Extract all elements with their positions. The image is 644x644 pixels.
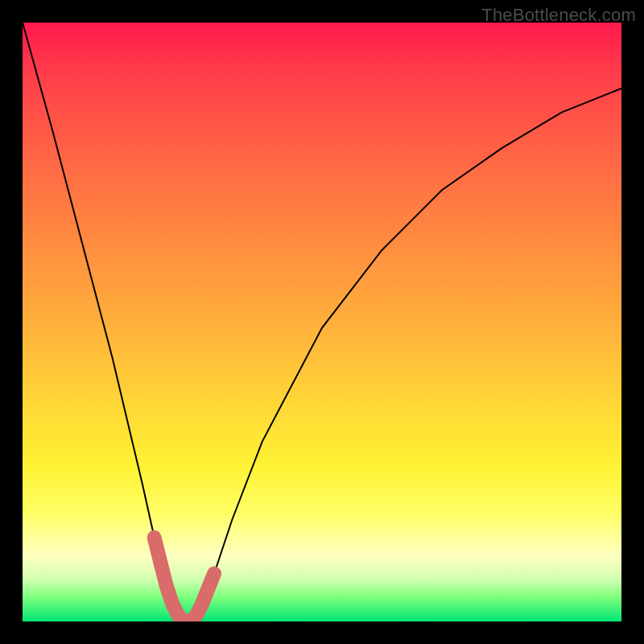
chart-svg (23, 23, 621, 621)
frame-border-bottom (0, 621, 644, 644)
series-notch-highlight (155, 538, 214, 621)
frame-border-left (0, 0, 23, 644)
series-curve (23, 23, 621, 621)
frame-border-right (621, 0, 644, 644)
watermark-text: TheBottleneck.com (481, 5, 636, 26)
